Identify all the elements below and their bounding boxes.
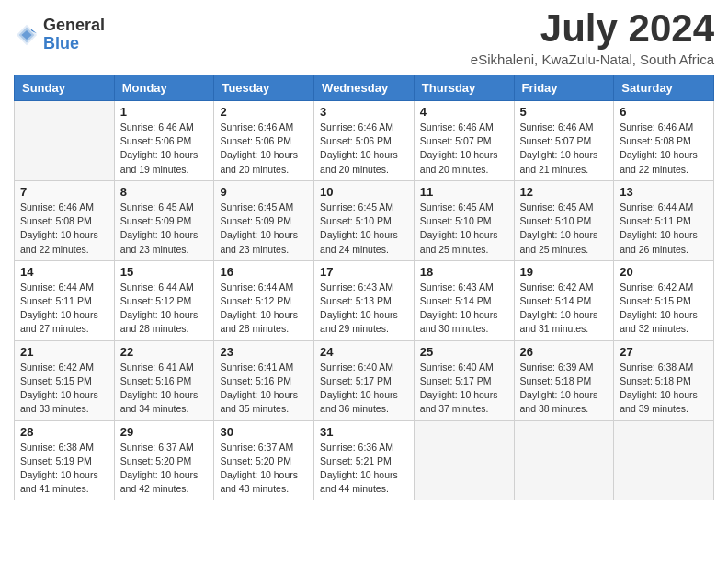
day-info: Sunrise: 6:45 AM Sunset: 5:10 PM Dayligh… [420, 201, 508, 257]
calendar-cell: 4Sunrise: 6:46 AM Sunset: 5:07 PM Daylig… [414, 101, 514, 181]
day-number: 5 [520, 105, 609, 119]
calendar-cell: 5Sunrise: 6:46 AM Sunset: 5:07 PM Daylig… [514, 101, 614, 181]
day-info: Sunrise: 6:44 AM Sunset: 5:12 PM Dayligh… [220, 281, 308, 337]
day-number: 30 [220, 425, 308, 439]
day-info: Sunrise: 6:46 AM Sunset: 5:06 PM Dayligh… [320, 121, 408, 177]
calendar-week-row: 21Sunrise: 6:42 AM Sunset: 5:15 PM Dayli… [15, 340, 714, 420]
calendar-cell: 12Sunrise: 6:45 AM Sunset: 5:10 PM Dayli… [514, 180, 614, 260]
calendar-cell: 27Sunrise: 6:38 AM Sunset: 5:18 PM Dayli… [614, 340, 714, 420]
day-info: Sunrise: 6:38 AM Sunset: 5:18 PM Dayligh… [620, 361, 708, 417]
day-info: Sunrise: 6:46 AM Sunset: 5:06 PM Dayligh… [220, 121, 308, 177]
calendar-cell: 31Sunrise: 6:36 AM Sunset: 5:21 PM Dayli… [314, 420, 415, 500]
logo-text: General Blue [43, 17, 105, 53]
logo-blue: Blue [43, 35, 105, 53]
day-number: 31 [320, 425, 408, 439]
weekday-header: Sunday [15, 75, 115, 101]
calendar-cell [614, 420, 714, 500]
day-info: Sunrise: 6:45 AM Sunset: 5:10 PM Dayligh… [320, 201, 408, 257]
day-info: Sunrise: 6:46 AM Sunset: 5:08 PM Dayligh… [620, 121, 708, 177]
calendar-cell: 24Sunrise: 6:40 AM Sunset: 5:17 PM Dayli… [314, 340, 415, 420]
weekday-header: Wednesday [314, 75, 415, 101]
calendar-cell: 23Sunrise: 6:41 AM Sunset: 5:16 PM Dayli… [214, 340, 314, 420]
day-number: 13 [620, 185, 708, 199]
weekday-header-row: SundayMondayTuesdayWednesdayThursdayFrid… [15, 75, 714, 101]
day-info: Sunrise: 6:36 AM Sunset: 5:21 PM Dayligh… [320, 441, 408, 497]
calendar-table: SundayMondayTuesdayWednesdayThursdayFrid… [14, 75, 714, 500]
calendar-cell: 2Sunrise: 6:46 AM Sunset: 5:06 PM Daylig… [214, 101, 314, 181]
logo: General Blue [14, 17, 105, 53]
day-number: 17 [320, 265, 408, 279]
day-number: 18 [420, 265, 508, 279]
page-header: General Blue July 2024 eSikhaleni, KwaZu… [14, 9, 714, 67]
day-number: 12 [520, 185, 609, 199]
calendar-cell [15, 101, 115, 181]
calendar-week-row: 1Sunrise: 6:46 AM Sunset: 5:06 PM Daylig… [15, 101, 714, 181]
day-number: 20 [620, 265, 708, 279]
calendar-cell: 8Sunrise: 6:45 AM Sunset: 5:09 PM Daylig… [114, 180, 214, 260]
day-number: 29 [120, 425, 209, 439]
calendar-cell [514, 420, 614, 500]
calendar-week-row: 7Sunrise: 6:46 AM Sunset: 5:08 PM Daylig… [15, 180, 714, 260]
calendar-cell: 14Sunrise: 6:44 AM Sunset: 5:11 PM Dayli… [15, 260, 115, 340]
calendar-cell: 22Sunrise: 6:41 AM Sunset: 5:16 PM Dayli… [114, 340, 214, 420]
calendar-cell: 20Sunrise: 6:42 AM Sunset: 5:15 PM Dayli… [614, 260, 714, 340]
day-info: Sunrise: 6:44 AM Sunset: 5:11 PM Dayligh… [20, 281, 108, 337]
calendar-cell: 15Sunrise: 6:44 AM Sunset: 5:12 PM Dayli… [114, 260, 214, 340]
day-number: 21 [20, 345, 108, 359]
calendar-cell: 28Sunrise: 6:38 AM Sunset: 5:19 PM Dayli… [15, 420, 115, 500]
day-number: 7 [20, 185, 108, 199]
day-number: 25 [420, 345, 508, 359]
day-info: Sunrise: 6:46 AM Sunset: 5:07 PM Dayligh… [420, 121, 508, 177]
day-number: 1 [120, 105, 209, 119]
day-number: 9 [220, 185, 308, 199]
day-number: 28 [20, 425, 108, 439]
day-info: Sunrise: 6:42 AM Sunset: 5:14 PM Dayligh… [520, 281, 609, 337]
day-info: Sunrise: 6:45 AM Sunset: 5:09 PM Dayligh… [220, 201, 308, 257]
day-info: Sunrise: 6:46 AM Sunset: 5:08 PM Dayligh… [20, 201, 108, 257]
day-info: Sunrise: 6:44 AM Sunset: 5:12 PM Dayligh… [120, 281, 209, 337]
day-info: Sunrise: 6:42 AM Sunset: 5:15 PM Dayligh… [620, 281, 708, 337]
day-number: 11 [420, 185, 508, 199]
weekday-header: Thursday [414, 75, 514, 101]
location-subtitle: eSikhaleni, KwaZulu-Natal, South Africa [471, 52, 714, 67]
day-info: Sunrise: 6:37 AM Sunset: 5:20 PM Dayligh… [220, 441, 308, 497]
day-number: 22 [120, 345, 209, 359]
day-number: 24 [320, 345, 408, 359]
day-number: 15 [120, 265, 209, 279]
weekday-header: Saturday [614, 75, 714, 101]
calendar-cell: 1Sunrise: 6:46 AM Sunset: 5:06 PM Daylig… [114, 101, 214, 181]
calendar-cell: 16Sunrise: 6:44 AM Sunset: 5:12 PM Dayli… [214, 260, 314, 340]
day-info: Sunrise: 6:41 AM Sunset: 5:16 PM Dayligh… [120, 361, 209, 417]
calendar-week-row: 28Sunrise: 6:38 AM Sunset: 5:19 PM Dayli… [15, 420, 714, 500]
day-number: 4 [420, 105, 508, 119]
day-info: Sunrise: 6:42 AM Sunset: 5:15 PM Dayligh… [20, 361, 108, 417]
day-number: 2 [220, 105, 308, 119]
month-title: July 2024 [471, 9, 714, 48]
day-number: 10 [320, 185, 408, 199]
day-info: Sunrise: 6:46 AM Sunset: 5:07 PM Dayligh… [520, 121, 609, 177]
calendar-cell: 18Sunrise: 6:43 AM Sunset: 5:14 PM Dayli… [414, 260, 514, 340]
calendar-cell: 10Sunrise: 6:45 AM Sunset: 5:10 PM Dayli… [314, 180, 415, 260]
day-info: Sunrise: 6:40 AM Sunset: 5:17 PM Dayligh… [320, 361, 408, 417]
weekday-header: Friday [514, 75, 614, 101]
day-number: 8 [120, 185, 209, 199]
day-info: Sunrise: 6:38 AM Sunset: 5:19 PM Dayligh… [20, 441, 108, 497]
calendar-cell: 29Sunrise: 6:37 AM Sunset: 5:20 PM Dayli… [114, 420, 214, 500]
calendar-week-row: 14Sunrise: 6:44 AM Sunset: 5:11 PM Dayli… [15, 260, 714, 340]
day-info: Sunrise: 6:45 AM Sunset: 5:09 PM Dayligh… [120, 201, 209, 257]
day-info: Sunrise: 6:41 AM Sunset: 5:16 PM Dayligh… [220, 361, 308, 417]
day-info: Sunrise: 6:46 AM Sunset: 5:06 PM Dayligh… [120, 121, 209, 177]
calendar-cell [414, 420, 514, 500]
weekday-header: Monday [114, 75, 214, 101]
day-info: Sunrise: 6:44 AM Sunset: 5:11 PM Dayligh… [620, 201, 708, 257]
day-info: Sunrise: 6:39 AM Sunset: 5:18 PM Dayligh… [520, 361, 609, 417]
calendar-cell: 21Sunrise: 6:42 AM Sunset: 5:15 PM Dayli… [15, 340, 115, 420]
calendar-cell: 9Sunrise: 6:45 AM Sunset: 5:09 PM Daylig… [214, 180, 314, 260]
day-number: 19 [520, 265, 609, 279]
day-info: Sunrise: 6:40 AM Sunset: 5:17 PM Dayligh… [420, 361, 508, 417]
logo-icon [14, 22, 40, 48]
day-info: Sunrise: 6:43 AM Sunset: 5:13 PM Dayligh… [320, 281, 408, 337]
logo-general: General [43, 17, 105, 35]
day-number: 23 [220, 345, 308, 359]
day-number: 3 [320, 105, 408, 119]
